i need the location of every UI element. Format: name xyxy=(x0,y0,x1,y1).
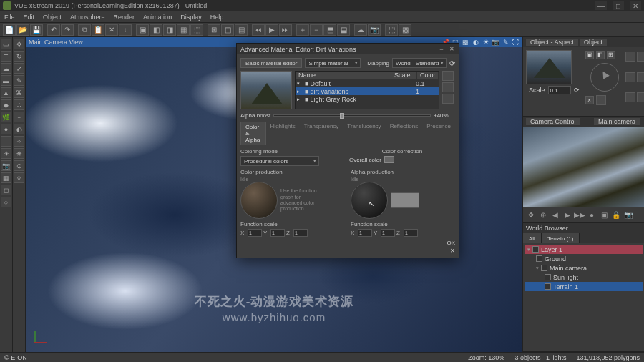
frame-button[interactable]: ▣ xyxy=(136,24,149,36)
cam-a-icon[interactable]: ▣ xyxy=(599,210,609,220)
light-tool[interactable]: ☀ xyxy=(1,148,11,159)
tab-color-alpha[interactable]: Color & Alpha xyxy=(240,122,266,145)
vp-shade-icon[interactable]: ▩ xyxy=(462,39,469,47)
redo-button[interactable]: ↷ xyxy=(61,24,74,36)
next-frame-button[interactable]: ⏭ xyxy=(279,24,292,36)
orientation-gizmo[interactable] xyxy=(588,61,621,94)
menu-animation[interactable]: Animation xyxy=(143,14,172,21)
minimize-button[interactable]: — xyxy=(595,1,607,10)
aspect-btn-1[interactable]: ▣ xyxy=(585,51,594,59)
color-sphere[interactable] xyxy=(240,182,278,219)
prev-frame-button[interactable]: ⏮ xyxy=(252,24,265,36)
play-button[interactable]: ▶ xyxy=(265,24,278,36)
maximize-button[interactable]: □ xyxy=(613,1,624,10)
dialog-close-icon[interactable]: ✕ xyxy=(448,46,455,53)
menu-edit[interactable]: Edit xyxy=(24,14,35,21)
scale-sync-icon[interactable]: ⟳ xyxy=(574,87,580,94)
layer-default[interactable]: ▾■Default0.1 xyxy=(296,79,439,87)
cam-pan-icon[interactable]: ✥ xyxy=(526,210,536,220)
material-type-select[interactable]: Simple material xyxy=(305,58,361,68)
menu-render[interactable]: Render xyxy=(114,14,135,21)
vp-mat-icon[interactable]: ◐ xyxy=(472,39,479,47)
cam-lock-icon[interactable]: 🔒 xyxy=(611,210,621,220)
menu-display[interactable]: Display xyxy=(180,14,202,21)
alpha-scale-y[interactable] xyxy=(381,229,395,237)
vp-edit-icon[interactable]: ✎ xyxy=(502,39,509,47)
alpha-sphere[interactable]: ↖ xyxy=(351,182,388,219)
link-tool[interactable]: ⌘ xyxy=(14,87,24,98)
tab-translucency[interactable]: Translucency xyxy=(343,122,385,145)
aspect-btn-2[interactable]: ◧ xyxy=(596,51,605,59)
alpha-scale-x[interactable] xyxy=(358,229,372,237)
mat-slot-2[interactable] xyxy=(637,52,644,62)
cube-tool[interactable]: ◻ xyxy=(1,185,11,195)
layer-up-button[interactable] xyxy=(442,94,454,104)
misc-a-tool[interactable]: ◐ xyxy=(14,124,24,134)
unlink-button[interactable]: ⬓ xyxy=(337,24,350,36)
menu-help[interactable]: Help xyxy=(210,14,224,21)
select-tool[interactable]: ▭ xyxy=(1,39,11,49)
tree-terrain1[interactable]: Terrain 1 xyxy=(525,282,643,291)
rotate-tool[interactable]: ↻ xyxy=(14,51,24,62)
cam-rec-icon[interactable]: ● xyxy=(587,210,597,220)
layer-del-button[interactable] xyxy=(442,82,454,92)
text-tool[interactable]: T xyxy=(1,51,11,62)
remove-button[interactable]: － xyxy=(310,24,323,36)
layer-light-gray-rock[interactable]: ▸■Light Gray Rock xyxy=(296,95,439,103)
mapping-select[interactable]: World - Standard xyxy=(392,58,447,68)
misc-e-tool[interactable]: ◊ xyxy=(14,172,24,183)
tab-main-camera[interactable]: Main camera xyxy=(594,118,640,125)
mat-slot-5[interactable] xyxy=(625,92,635,102)
open-button[interactable]: 📂 xyxy=(16,24,29,36)
terrain-tool[interactable]: ▲ xyxy=(1,87,11,98)
measure-tool[interactable]: ⟊ xyxy=(14,112,24,122)
tree-ground[interactable]: Ground xyxy=(525,254,643,263)
shaded-button[interactable]: ▩ xyxy=(399,24,411,36)
coloring-mode-select[interactable]: Procedural colors xyxy=(240,156,319,166)
layer-dirt-variations[interactable]: ▸■dirt variations1 xyxy=(296,87,439,95)
drop-button[interactable]: ↓ xyxy=(119,24,132,36)
atmosphere-button[interactable]: ☁ xyxy=(354,24,367,36)
move-tool[interactable]: ✥ xyxy=(14,39,24,49)
tab-object[interactable]: Object xyxy=(580,39,607,46)
planet-tool[interactable]: ● xyxy=(1,124,11,134)
wireframe-button[interactable]: ⬚ xyxy=(385,24,398,36)
scale-input[interactable] xyxy=(548,86,571,94)
color-scale-x[interactable] xyxy=(248,229,262,237)
link-button[interactable]: ⬒ xyxy=(323,24,336,36)
mat-slot-1[interactable] xyxy=(625,52,635,62)
add-button[interactable]: ＋ xyxy=(296,24,309,36)
alpha-swatch[interactable] xyxy=(391,192,419,208)
tool-c-button[interactable]: ▦ xyxy=(177,24,190,36)
alpha-boost-slider[interactable] xyxy=(273,114,431,117)
menu-object[interactable]: Object xyxy=(43,14,62,21)
render-button[interactable]: 📷 xyxy=(368,24,381,36)
save-button[interactable]: 💾 xyxy=(30,24,43,36)
cam-next-icon[interactable]: ▶▶ xyxy=(575,210,585,220)
layer-add-button[interactable] xyxy=(442,71,454,81)
cam-play-icon[interactable]: ▶ xyxy=(562,210,572,220)
tab-transparency[interactable]: Transparency xyxy=(300,122,343,145)
dialog-titlebar[interactable]: Advanced Material Editor: Dirt Variation… xyxy=(237,44,459,54)
paint-tool[interactable]: ✎ xyxy=(14,75,24,86)
mat-slot-6[interactable] xyxy=(637,92,644,102)
vp-light-icon[interactable]: ☀ xyxy=(482,39,489,47)
vp-max-icon[interactable]: ⛶ xyxy=(512,39,519,47)
dialog-ok-button[interactable]: OK xyxy=(447,240,455,246)
tool-a-button[interactable]: ◧ xyxy=(150,24,162,36)
tree-main-camera[interactable]: ▾Main camera xyxy=(525,263,643,273)
plant-tool[interactable]: 🌿 xyxy=(1,112,11,122)
cam-prev-icon[interactable]: ◀ xyxy=(550,210,560,220)
ecosystem-tool[interactable]: ⋮ xyxy=(1,136,11,147)
material-preview[interactable] xyxy=(526,50,572,84)
world-tab-terrain[interactable]: Terrain (1) xyxy=(542,233,580,243)
close-button[interactable]: ✕ xyxy=(630,1,641,10)
tool-d-button[interactable]: ⬚ xyxy=(190,24,203,36)
tab-camera-control[interactable]: Camera Control xyxy=(526,118,580,125)
tab-reflections[interactable]: Reflections xyxy=(386,122,423,145)
vent-tool[interactable]: ▦ xyxy=(1,172,11,183)
tab-highlights[interactable]: Highlights xyxy=(266,122,300,145)
aspect-x-icon[interactable]: x xyxy=(585,96,594,104)
scale-tool[interactable]: ⤢ xyxy=(14,63,24,74)
tree-layer1[interactable]: ▾Layer 1 xyxy=(525,245,643,254)
